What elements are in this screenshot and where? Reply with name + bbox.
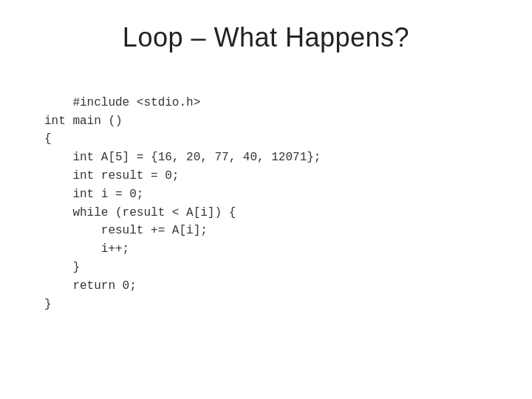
code-block: #include <stdio.h> int main () { int A[5… [44,75,495,332]
code-line-1: #include <stdio.h> int main () { int A[5… [44,96,321,311]
slide: Loop – What Happens? #include <stdio.h> … [0,0,532,399]
slide-title: Loop – What Happens? [37,22,495,53]
